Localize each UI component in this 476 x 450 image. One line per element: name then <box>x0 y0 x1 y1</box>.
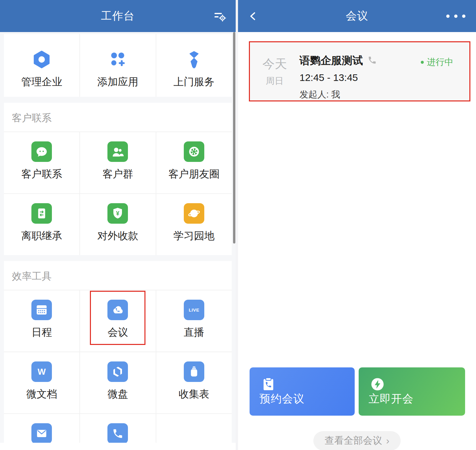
status-label: 进行中 <box>427 56 454 68</box>
app-label: 收集表 <box>178 387 209 401</box>
app-learning-center[interactable]: 学习园地 <box>156 194 232 255</box>
meeting-status-badge: 进行中 <box>421 56 454 68</box>
app-label: 学习园地 <box>174 229 215 243</box>
app-screen: 工作台 <box>0 0 476 450</box>
app-label: 管理企业 <box>21 75 62 89</box>
view-all-label: 查看全部会议 <box>325 434 382 447</box>
top-apps-block: 管理企业 添加应用 <box>4 34 232 97</box>
app-meeting[interactable]: 会议 <box>80 290 155 352</box>
workbench-header: 工作台 <box>0 0 236 32</box>
app-label: 微盘 <box>107 387 128 401</box>
meeting-weekday: 周日 <box>266 75 284 87</box>
bottom-strip <box>0 443 236 450</box>
chevron-right-icon: › <box>386 435 389 446</box>
app-external-payment[interactable]: ¥ 对外收款 <box>80 194 155 255</box>
app-label: 上门服务 <box>174 75 215 89</box>
meeting-info: 语鹦企服测试 12:45 - 13:45 发起人: 我 <box>299 42 469 100</box>
section-customer-contact: 客户联系 客户联系 <box>4 103 232 255</box>
app-customer-group[interactable]: 客户群 <box>80 132 155 193</box>
forms-jar-icon <box>184 361 204 382</box>
app-collect-form[interactable]: 收集表 <box>156 352 232 413</box>
meeting-organizer: 发起人: 我 <box>299 89 469 100</box>
app-customer-moments[interactable]: 客户朋友圈 <box>156 132 232 193</box>
app-label: 日程 <box>31 325 52 339</box>
workbench-panel: 工作台 <box>0 0 236 450</box>
section-efficiency-tools: 效率工具 日 <box>4 261 232 450</box>
app-label: 对外收款 <box>97 229 138 243</box>
scrollbar[interactable] <box>233 32 235 244</box>
section-title: 效率工具 <box>4 261 232 290</box>
app-schedule[interactable]: 日程 <box>4 290 79 352</box>
payment-shield-icon: ¥ <box>107 203 128 224</box>
status-dot-icon <box>421 61 424 64</box>
meeting-date: 今天 周日 <box>250 42 299 100</box>
live-icon: LIVE <box>184 300 204 320</box>
manage-apps-icon[interactable] <box>213 9 227 23</box>
app-label: 微文档 <box>26 387 57 401</box>
meeting-header: 会议 <box>238 0 476 32</box>
workbench-body: 管理企业 添加应用 <box>0 32 236 450</box>
schedule-meeting-button[interactable]: 预约会议 <box>250 367 355 416</box>
meeting-panel: 会议 今天 周日 语鹦企服测试 <box>238 0 476 450</box>
mail-icon <box>31 423 52 444</box>
app-label: 直播 <box>184 325 204 339</box>
section-title: 客户联系 <box>4 103 232 131</box>
planet-icon <box>184 203 204 224</box>
app-live[interactable]: LIVE 直播 <box>156 290 232 352</box>
meeting-time: 12:45 - 13:45 <box>299 72 469 83</box>
doc-w-icon: W <box>31 361 52 382</box>
customer-group-icon <box>107 141 128 162</box>
w-glyph: W <box>38 367 46 377</box>
meeting-day: 今天 <box>262 56 287 72</box>
app-label: 会议 <box>107 325 128 339</box>
workbench-title: 工作台 <box>101 9 135 23</box>
calendar-icon <box>31 300 52 320</box>
chat-bubble-icon <box>31 141 52 162</box>
app-label: 客户朋友圈 <box>168 167 219 181</box>
phone-icon <box>107 423 128 444</box>
back-icon[interactable] <box>246 9 260 23</box>
meeting-actions: 预约会议 立即开会 <box>250 367 465 416</box>
yuan-glyph: ¥ <box>116 210 119 217</box>
handover-doc-icon <box>31 203 52 224</box>
app-wedoc[interactable]: W 微文档 <box>4 352 79 413</box>
app-resignation-handover[interactable]: 离职继承 <box>4 194 79 255</box>
add-apps-icon <box>107 49 128 70</box>
view-all-meetings-button[interactable]: 查看全部会议 › <box>313 431 401 450</box>
moments-aperture-icon <box>184 141 204 162</box>
app-add-apps[interactable]: 添加应用 <box>80 34 155 97</box>
app-manage-company[interactable]: 管理企业 <box>4 34 79 97</box>
app-wedrive[interactable]: 微盘 <box>80 352 155 413</box>
hexagon-nut-icon <box>31 49 52 70</box>
meeting-name: 语鹦企服测试 <box>299 54 363 68</box>
call-phone-icon <box>368 56 377 66</box>
schedule-meeting-label: 预约会议 <box>259 392 304 406</box>
app-onsite-service[interactable]: 上门服务 <box>156 34 232 97</box>
app-customer-contact[interactable]: 客户联系 <box>4 132 79 193</box>
start-meeting-button[interactable]: 立即开会 <box>359 367 465 416</box>
meeting-cloud-phone-icon <box>107 300 128 320</box>
tie-icon <box>184 49 204 70</box>
live-glyph: LIVE <box>189 308 199 313</box>
start-meeting-label: 立即开会 <box>369 392 414 406</box>
app-label: 客户联系 <box>21 167 62 181</box>
more-options-icon[interactable] <box>445 9 467 23</box>
app-label: 添加应用 <box>97 75 138 89</box>
meeting-card[interactable]: 今天 周日 语鹦企服测试 12:45 - 13:45 发起人: 我 进行中 <box>249 41 470 101</box>
app-label: 离职继承 <box>21 229 62 243</box>
app-label: 客户群 <box>102 167 133 181</box>
wedrive-icon <box>107 361 128 382</box>
meeting-title: 会议 <box>346 9 368 23</box>
